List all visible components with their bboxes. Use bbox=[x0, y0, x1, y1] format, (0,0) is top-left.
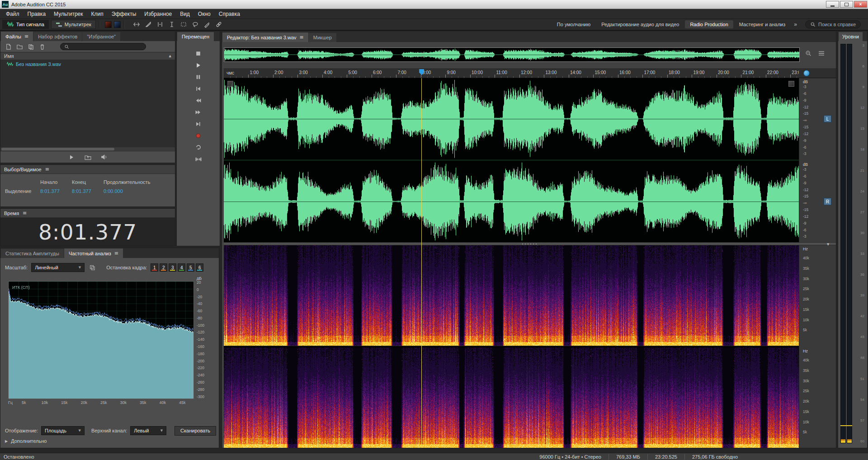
close-button[interactable]: × bbox=[854, 1, 867, 8]
selection-duration-value[interactable]: 0:00.000 bbox=[104, 188, 162, 194]
menu-item[interactable]: Эффекты bbox=[108, 11, 141, 17]
minimize-button[interactable] bbox=[826, 1, 839, 8]
zoom-navigator-icon[interactable] bbox=[804, 49, 812, 57]
media-browser-icon[interactable] bbox=[27, 42, 35, 51]
db-scale-label: -6 bbox=[803, 92, 808, 96]
rewind-button[interactable] bbox=[177, 94, 220, 106]
record-button[interactable] bbox=[177, 130, 220, 141]
left-channel-badge[interactable]: L bbox=[824, 115, 831, 122]
ibeam-tool-icon[interactable] bbox=[167, 20, 176, 29]
open-in-editor-icon[interactable] bbox=[84, 153, 92, 161]
panel-menu-icon[interactable]: ≡ bbox=[23, 210, 27, 216]
hold-button[interactable]: 3 bbox=[169, 263, 176, 272]
tab-editor[interactable]: Редактор: Без названия 3.wav≡ bbox=[222, 33, 308, 42]
selection-start-value[interactable]: 8:01.377 bbox=[40, 188, 72, 194]
open-file-icon[interactable] bbox=[15, 42, 24, 51]
selection-end-value[interactable]: 8:01.377 bbox=[72, 188, 104, 194]
go-to-end-button[interactable] bbox=[177, 118, 220, 130]
panel-menu-icon[interactable]: ≡ bbox=[114, 250, 118, 256]
waveform-display-left[interactable] bbox=[224, 78, 799, 160]
scale-menu-arrow[interactable]: ▼ bbox=[827, 243, 829, 246]
spectrogram-right[interactable] bbox=[224, 347, 799, 448]
panel-menu-icon[interactable]: ≡ bbox=[300, 34, 304, 40]
hold-button[interactable]: 4 bbox=[178, 263, 185, 272]
menu-item[interactable]: Окно bbox=[194, 11, 215, 17]
tab-transport[interactable]: Перемещен bbox=[177, 32, 214, 41]
copy-graph-icon[interactable] bbox=[88, 263, 96, 272]
tab-mixer[interactable]: Микшер bbox=[309, 33, 336, 42]
import-file-icon[interactable] bbox=[4, 42, 12, 51]
brush-tool-icon[interactable] bbox=[203, 20, 212, 29]
auto-play-icon[interactable] bbox=[100, 153, 108, 161]
loop-playback-button[interactable] bbox=[177, 141, 220, 153]
trash-icon[interactable] bbox=[38, 42, 46, 51]
files-name-column-header[interactable]: Имя ▲ bbox=[0, 52, 175, 60]
tab-levels[interactable]: Уровни bbox=[839, 32, 863, 41]
slip-tool-icon[interactable] bbox=[132, 20, 141, 29]
workspace-button[interactable]: Мастеринг и анализ bbox=[734, 20, 790, 28]
panel-menu-icon[interactable]: ≡ bbox=[24, 33, 28, 39]
tab-frequency-analysis[interactable]: Частотный анализ≡ bbox=[64, 249, 123, 258]
file-list-item[interactable]: Без названия 3.wav bbox=[0, 60, 175, 68]
healing-brush-tool-icon[interactable] bbox=[214, 20, 223, 29]
spectral-display-toggle[interactable] bbox=[105, 21, 112, 28]
scan-button[interactable]: Сканировать bbox=[175, 426, 216, 436]
files-search-input[interactable] bbox=[60, 43, 146, 50]
panel-menu-icon[interactable]: ≡ bbox=[45, 166, 49, 172]
menu-item[interactable]: Файл bbox=[2, 11, 24, 17]
menu-item[interactable]: Избранное bbox=[140, 11, 176, 17]
hold-button[interactable]: 5 bbox=[187, 263, 194, 272]
hold-button[interactable]: 2 bbox=[160, 263, 167, 272]
top-channel-select[interactable]: Левый▼ bbox=[130, 426, 166, 435]
menu-item[interactable]: Клип bbox=[87, 11, 108, 17]
menu-item[interactable]: Правка bbox=[24, 11, 50, 17]
waveform-view-button[interactable]: Тип сигнала bbox=[2, 20, 49, 29]
wave-spectral-splitter[interactable] bbox=[224, 242, 836, 245]
menu-item[interactable]: Справка bbox=[215, 11, 244, 17]
pause-button[interactable] bbox=[177, 71, 220, 83]
skip-selection-button[interactable] bbox=[177, 153, 220, 165]
waveform-display-right[interactable] bbox=[224, 161, 799, 242]
current-time-display[interactable]: 8:01.377 bbox=[0, 218, 175, 246]
go-to-start-button[interactable] bbox=[177, 83, 220, 94]
selection-view-panel: Выбор/Видимое ≡ Начало Конец Продолжител… bbox=[0, 164, 175, 207]
fast-forward-button[interactable] bbox=[177, 106, 220, 118]
overview-waveform[interactable] bbox=[224, 47, 800, 62]
timeline-clock-icon[interactable] bbox=[803, 70, 810, 76]
right-channel-badge[interactable]: R bbox=[824, 198, 831, 205]
channel-options-icon[interactable] bbox=[788, 81, 794, 87]
play-button[interactable] bbox=[177, 59, 220, 71]
help-search[interactable]: Поиск в справке bbox=[805, 20, 861, 28]
maximize-button[interactable] bbox=[840, 1, 853, 8]
frequency-graph[interactable] bbox=[8, 281, 194, 399]
workspace-overflow-button[interactable]: » bbox=[790, 21, 801, 28]
lasso-tool-icon[interactable] bbox=[191, 20, 200, 29]
edit-marker-icon[interactable] bbox=[227, 81, 233, 87]
multitrack-view-button[interactable]: Мультитрек bbox=[51, 20, 96, 29]
advanced-expander[interactable]: ▶ Дополнительно bbox=[5, 438, 47, 444]
timeline-ruler[interactable]: чмс 1:002:003:004:005:006:007:008:009:00… bbox=[224, 68, 799, 78]
preview-play-icon[interactable] bbox=[67, 153, 75, 161]
display-options-icon[interactable] bbox=[817, 49, 826, 57]
spectrogram-left[interactable] bbox=[224, 245, 799, 346]
spectral-pitch-toggle[interactable] bbox=[114, 21, 121, 28]
workspace-button[interactable]: Radio Production bbox=[685, 20, 733, 28]
workspace-button[interactable]: Редактирование аудио для видео bbox=[596, 20, 684, 28]
workspace-button[interactable]: По умолчанию bbox=[552, 20, 595, 28]
files-horizontal-scrollbar[interactable] bbox=[0, 147, 175, 151]
menu-item[interactable]: Вид bbox=[176, 11, 194, 17]
tab-favorites[interactable]: "Избранное" bbox=[82, 32, 120, 41]
marquee-tool-icon[interactable] bbox=[179, 20, 188, 29]
menu-item[interactable]: Мультитрек bbox=[50, 11, 87, 17]
razor-tool-icon[interactable] bbox=[144, 20, 153, 29]
hold-button[interactable]: 6 bbox=[196, 263, 203, 272]
tab-effects-rack[interactable]: Набор эффектов bbox=[33, 32, 82, 41]
hold-button[interactable]: 1 bbox=[151, 263, 158, 272]
time-selection-tool-icon[interactable] bbox=[156, 20, 165, 29]
tab-amplitude-statistics[interactable]: Статистика Амплитуды bbox=[1, 249, 64, 258]
tab-files[interactable]: Файлы≡ bbox=[1, 32, 33, 41]
scale-select[interactable]: Линейный▼ bbox=[31, 263, 85, 272]
stop-button[interactable] bbox=[177, 47, 220, 59]
display-select[interactable]: Площадь▼ bbox=[41, 426, 85, 435]
toolbar-separator bbox=[124, 20, 124, 28]
